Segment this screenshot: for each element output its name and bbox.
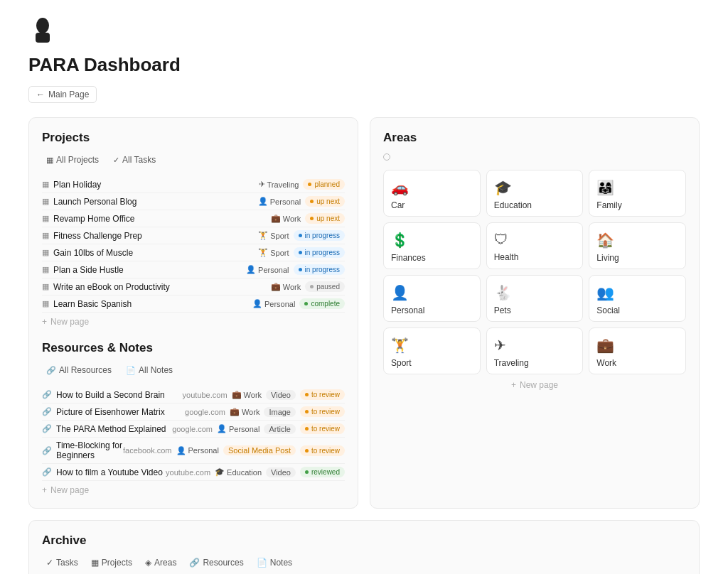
projects-title: Projects (42, 131, 345, 145)
resource-row[interactable]: 🔗 Time-Blocking for Beginners facebook.c… (42, 438, 345, 464)
folder-icon: ▦ (42, 197, 49, 206)
personal-icon: 👤 (391, 284, 409, 301)
tab-archive-projects[interactable]: ▦ Projects (87, 556, 136, 569)
project-row[interactable]: ▦ Write an eBook on Productivity 💼 Work … (42, 278, 345, 296)
folder-icon: ▦ (42, 299, 49, 308)
plus-icon: + (511, 380, 516, 390)
social-icon: 👥 (596, 284, 614, 301)
svg-rect-1 (36, 33, 50, 43)
folder-icon: ▦ (42, 214, 49, 223)
folder-icon: ▦ (42, 265, 49, 274)
areas-panel: Areas 🚗 Car 🎓 Education 👨‍👩‍👧 Family 💲 F… (370, 117, 700, 509)
pets-icon: 🐇 (494, 284, 512, 301)
resource-row[interactable]: 🔗 How to Build a Second Brain youtube.co… (42, 386, 345, 404)
plus-icon: + (42, 317, 47, 327)
education-icon: 🎓 (494, 179, 512, 196)
link-row-icon: 🔗 (42, 390, 52, 399)
link-row-icon: 🔗 (42, 407, 52, 416)
finances-icon: 💲 (391, 232, 409, 249)
area-card-traveling[interactable]: ✈ Traveling (486, 327, 584, 374)
resources-title: Resources & Notes (42, 341, 345, 355)
area-card-health[interactable]: 🛡 Health (486, 222, 584, 269)
tab-archive-resources[interactable]: 🔗 Resources (185, 556, 247, 569)
tab-all-projects[interactable]: ▦ All Projects (42, 153, 103, 166)
area-card-finances[interactable]: 💲 Finances (383, 222, 481, 269)
work-icon: 💼 (596, 337, 614, 354)
area-card-family[interactable]: 👨‍👩‍👧 Family (589, 170, 686, 217)
tab-archive-tasks[interactable]: ✓ Tasks (42, 556, 82, 569)
projects-tabs: ▦ All Projects ✓ All Tasks (42, 153, 345, 166)
resources-new-page[interactable]: + New page (42, 481, 345, 495)
archive-title: Archive (42, 534, 686, 548)
area-card-car[interactable]: 🚗 Car (383, 170, 481, 217)
areas-new-page[interactable]: + New page (383, 374, 686, 390)
archive-panel: Archive ✓ Tasks ▦ Projects ◈ Areas 🔗 Res… (28, 520, 700, 574)
resources-tab-icon: 🔗 (189, 558, 200, 568)
note-icon: 📄 (126, 366, 136, 375)
project-row[interactable]: ▦ Revamp Home Office 💼 Work up next (42, 210, 345, 227)
project-row[interactable]: ▦ Launch Personal Blog 👤 Personal up nex… (42, 193, 345, 210)
back-button[interactable]: ← Main Page (28, 86, 97, 103)
logo-icon (28, 17, 57, 45)
area-card-personal[interactable]: 👤 Personal (383, 275, 481, 322)
projects-new-page[interactable]: + New page (42, 313, 345, 327)
notes-tab-icon: 📄 (257, 558, 267, 568)
area-card-pets[interactable]: 🐇 Pets (486, 275, 584, 322)
circle-indicator (383, 153, 390, 161)
folder-icon: ▦ (42, 231, 49, 240)
folder-icon: ▦ (42, 248, 49, 257)
grid-icon: ▦ (46, 156, 53, 165)
resource-row[interactable]: 🔗 Picture of Eisenhower Matrix google.co… (42, 404, 345, 421)
tab-archive-notes[interactable]: 📄 Notes (252, 556, 296, 569)
folder-icon: ▦ (42, 282, 49, 291)
area-card-education[interactable]: 🎓 Education (486, 170, 584, 217)
tab-all-resources[interactable]: 🔗 All Resources (42, 364, 116, 377)
health-icon: 🛡 (494, 232, 508, 248)
check-tab-icon: ✓ (113, 156, 119, 165)
project-row[interactable]: ▦ Fitness Challenge Prep 🏋 Sport in prog… (42, 227, 345, 244)
archive-tabs: ✓ Tasks ▦ Projects ◈ Areas 🔗 Resources 📄… (42, 556, 686, 569)
area-card-living[interactable]: 🏠 Living (589, 222, 686, 269)
arrow-left-icon: ← (36, 90, 45, 99)
tasks-tab-icon: ✓ (46, 558, 53, 568)
project-row[interactable]: ▦ Plan a Side Hustle 👤 Personal in progr… (42, 261, 345, 278)
projects-panel: Projects ▦ All Projects ✓ All Tasks ▦ Pl… (28, 117, 358, 509)
projects-tab-icon: ▦ (91, 558, 99, 568)
living-icon: 🏠 (596, 232, 614, 249)
link-icon: 🔗 (46, 366, 56, 375)
areas-title: Areas (383, 131, 686, 145)
tab-archive-areas[interactable]: ◈ Areas (141, 556, 181, 569)
sport-icon: 🏋 (391, 337, 409, 354)
folder-icon: ▦ (42, 180, 49, 189)
tab-all-notes[interactable]: 📄 All Notes (122, 364, 177, 377)
area-card-social[interactable]: 👥 Social (589, 275, 686, 322)
resources-tabs: 🔗 All Resources 📄 All Notes (42, 364, 345, 377)
project-row[interactable]: ▦ Gain 10lbs of Muscle 🏋 Sport in progre… (42, 244, 345, 261)
area-card-work[interactable]: 💼 Work (589, 327, 686, 374)
link-row-icon: 🔗 (42, 424, 52, 433)
plus-icon: + (42, 485, 47, 495)
svg-point-0 (36, 18, 49, 33)
family-icon: 👨‍👩‍👧 (596, 179, 614, 196)
link-row-icon: 🔗 (42, 467, 52, 477)
areas-grid: 🚗 Car 🎓 Education 👨‍👩‍👧 Family 💲 Finance… (383, 170, 686, 374)
areas-tab-icon: ◈ (145, 558, 151, 568)
project-row[interactable]: ▦ Learn Basic Spanish 👤 Personal complet… (42, 296, 345, 313)
project-row[interactable]: ▦ Plan Holiday ✈ Traveling planned (42, 176, 345, 193)
page-title: PARA Dashboard (28, 54, 700, 76)
resource-row[interactable]: 🔗 The PARA Method Explained google.com 👤… (42, 421, 345, 438)
car-icon: 🚗 (391, 179, 409, 196)
resource-row[interactable]: 🔗 How to film a Youtube Video youtube.co… (42, 464, 345, 481)
traveling-icon: ✈ (494, 337, 506, 354)
area-card-sport[interactable]: 🏋 Sport (383, 327, 481, 374)
tab-all-tasks[interactable]: ✓ All Tasks (109, 153, 160, 166)
link-row-icon: 🔗 (42, 446, 52, 455)
